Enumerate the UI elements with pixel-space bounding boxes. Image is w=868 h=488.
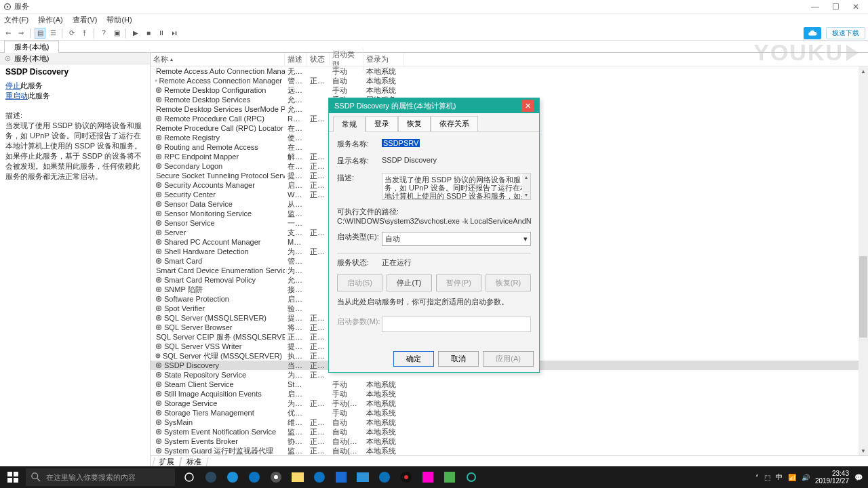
forward-icon[interactable]: ⇒ xyxy=(16,28,26,39)
svg-point-64 xyxy=(156,354,160,358)
start-service-icon[interactable]: ▶ xyxy=(130,28,141,39)
app-icon-2[interactable] xyxy=(244,466,264,488)
scope-tab-local[interactable]: 服务(本地) xyxy=(4,41,59,53)
svg-point-74 xyxy=(157,401,161,406)
tab-recovery[interactable]: 恢复 xyxy=(398,116,431,131)
stop-button[interactable]: 停止(T) xyxy=(387,274,432,291)
scroll-thumb[interactable] xyxy=(859,256,867,338)
svg-point-7 xyxy=(156,81,157,81)
svg-point-99 xyxy=(314,472,325,483)
ok-button[interactable]: 确定 xyxy=(393,351,434,367)
notifications-icon[interactable]: 💬 xyxy=(854,474,863,481)
taskbar-search[interactable]: 在这里输入你要搜索的内容 xyxy=(26,468,175,486)
tab-dependencies[interactable]: 依存关系 xyxy=(431,116,478,131)
startup-type-select[interactable]: 自动▾ xyxy=(382,232,531,246)
service-row[interactable]: Remote Access Connection Manager管理...正在.… xyxy=(151,76,868,85)
service-row[interactable]: Remote Access Auto Connection Manager无论.… xyxy=(151,66,868,76)
stop-service-link[interactable]: 停止 xyxy=(5,81,20,89)
svg-point-20 xyxy=(157,145,161,150)
app-icon-3[interactable] xyxy=(309,466,330,488)
tray-chevron-icon[interactable]: ˄ xyxy=(755,474,759,481)
app-icon-1[interactable] xyxy=(222,466,243,488)
menu-action[interactable]: 操作(A) xyxy=(38,15,63,25)
restart-service-link[interactable]: 重启动 xyxy=(5,92,28,100)
app-icon-5[interactable] xyxy=(353,466,373,488)
svg-point-66 xyxy=(157,363,161,368)
volume-icon[interactable]: 🔊 xyxy=(802,474,810,481)
tray-icon[interactable]: ⬚ xyxy=(764,474,770,481)
svg-point-78 xyxy=(157,420,161,425)
service-row[interactable]: System Guard 运行时监视器代理监视...正在...自动(延迟...本… xyxy=(151,446,868,455)
services-taskbar-icon[interactable] xyxy=(461,466,481,488)
app-icon-8[interactable] xyxy=(418,466,438,488)
svg-point-97 xyxy=(274,475,278,479)
service-row[interactable]: SysMain维护...正在...自动本地系统 xyxy=(151,418,868,427)
start-button[interactable] xyxy=(0,466,26,488)
tab-logon[interactable]: 登录 xyxy=(366,116,398,131)
wifi-icon[interactable]: 📶 xyxy=(788,474,796,481)
cloud-button[interactable] xyxy=(804,27,821,39)
service-row[interactable]: System Event Notification Service监视...正在… xyxy=(151,427,868,436)
dialog-titlebar[interactable]: SSDP Discovery 的属性(本地计算机) ✕ xyxy=(329,98,539,113)
clock[interactable]: 23:43 2019/12/27 xyxy=(815,470,849,485)
minimize-button[interactable]: ― xyxy=(811,3,819,11)
back-icon[interactable]: ⇐ xyxy=(3,28,14,39)
menu-file[interactable]: 文件(F) xyxy=(4,15,28,25)
toolbar-sep xyxy=(94,28,95,39)
vertical-scrollbar[interactable]: ▲ ▼ xyxy=(859,66,868,455)
close-button[interactable]: ✕ xyxy=(852,3,860,11)
cortana-icon[interactable] xyxy=(179,466,199,488)
col-desc[interactable]: 描述 xyxy=(285,53,307,66)
col-logon[interactable]: 登录为 xyxy=(363,53,404,66)
app-icon-6[interactable] xyxy=(374,466,395,488)
toolbar-sep xyxy=(62,28,63,39)
dialog-close-icon[interactable]: ✕ xyxy=(521,100,534,112)
show-hide-tree-icon[interactable]: ▤ xyxy=(35,28,45,39)
desc-scrollbar[interactable]: ▲▼ xyxy=(522,174,530,199)
cloud-label[interactable]: 极速下载 xyxy=(826,27,865,39)
stop-suffix: 此服务 xyxy=(20,81,43,89)
steam-icon[interactable] xyxy=(201,466,221,488)
dialog-title: SSDP Discovery 的属性(本地计算机) xyxy=(334,101,456,111)
maximize-button[interactable]: ☐ xyxy=(831,3,840,11)
service-row[interactable]: Steam Client ServiceStea...手动本地系统 xyxy=(151,380,868,389)
menu-view[interactable]: 查看(V) xyxy=(73,15,98,25)
svc-name-value[interactable]: SSDPSRV xyxy=(382,139,420,147)
service-row[interactable]: Still Image Acquisition Events启动...手动本地系… xyxy=(151,389,868,399)
service-row[interactable]: Storage Service为存...正在...手动(触发...本地系统 xyxy=(151,399,868,408)
help-icon[interactable]: ? xyxy=(98,28,109,39)
details-icon[interactable]: ☰ xyxy=(47,28,58,39)
menu-help[interactable]: 帮助(H) xyxy=(106,15,132,25)
desc-textbox[interactable]: 当发现了使用 SSDP 协议的网络设备和服务，如 UPnP 设备。同时还报告了运… xyxy=(382,173,531,200)
window-titlebar: 服务 ― ☐ ✕ xyxy=(0,0,868,14)
service-row[interactable]: Remote Desktop Configuration远程...手动本地系统 xyxy=(151,85,868,95)
pause-service-icon[interactable]: ⏸ xyxy=(156,28,167,39)
explorer-icon[interactable] xyxy=(288,466,308,488)
col-state[interactable]: 状态 xyxy=(307,53,330,66)
svg-point-53 xyxy=(158,298,159,300)
refresh-icon[interactable]: ⟳ xyxy=(66,28,77,39)
export-icon[interactable]: ⭱ xyxy=(79,28,90,39)
app-icon-4[interactable] xyxy=(331,466,351,488)
svg-point-21 xyxy=(158,146,159,148)
service-row[interactable]: Storage Tiers Management优化...手动本地系统 xyxy=(151,408,868,418)
svg-point-68 xyxy=(157,373,161,378)
detail-panel-header: 服务(本地) xyxy=(0,53,150,64)
search-icon xyxy=(31,472,41,482)
disp-name-label: 显示名称: xyxy=(337,156,382,166)
service-row[interactable]: System Events Broker协调...正在...自动(触发...本地… xyxy=(151,436,868,446)
ime-indicator[interactable]: 中 xyxy=(776,472,783,482)
scroll-down-icon[interactable]: ▼ xyxy=(861,446,866,455)
restart-service-icon[interactable]: ⏯ xyxy=(169,28,180,39)
tab-general[interactable]: 常规 xyxy=(333,117,366,132)
toolbar-sep xyxy=(125,28,127,39)
col-name[interactable]: 名称 ▴ xyxy=(151,53,285,66)
scroll-up-icon[interactable]: ▲ xyxy=(861,66,866,76)
properties-icon[interactable]: ▣ xyxy=(111,28,122,39)
cancel-button[interactable]: 取消 xyxy=(438,351,479,367)
chrome-icon[interactable] xyxy=(266,466,286,488)
stop-service-icon[interactable]: ■ xyxy=(143,28,154,39)
app-icon-9[interactable] xyxy=(439,466,460,488)
start-params-label: 启动参数(M): xyxy=(337,317,382,327)
app-icon-7[interactable] xyxy=(396,466,416,488)
